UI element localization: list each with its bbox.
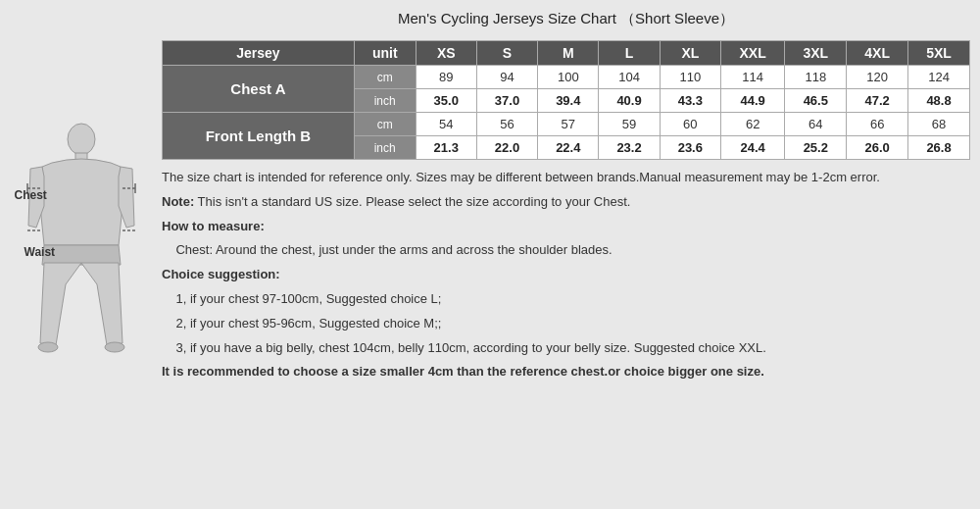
table-cell: 23.2 [599, 136, 660, 160]
table-cell: 39.4 [538, 89, 599, 113]
table-cell: 110 [660, 66, 720, 89]
col-3xl: 3XL [785, 41, 847, 66]
choice-title: Choice suggestion: [162, 265, 970, 285]
col-jersey: Jersey [163, 41, 355, 66]
unit-cm-1: cm [354, 113, 416, 136]
table-cell: 54 [416, 113, 476, 136]
note-label: Note: [162, 194, 194, 209]
table-cell: 26.0 [847, 136, 908, 160]
table-cell: 35.0 [416, 89, 476, 113]
left-panel: Chest Waist [10, 10, 152, 499]
table-cell: 60 [660, 113, 720, 136]
col-m: M [538, 41, 599, 66]
col-4xl: 4XL [847, 41, 908, 66]
table-row: Front Length Bcm545657596062646668 [163, 113, 970, 136]
table-cell: 104 [599, 66, 660, 89]
col-5xl: 5XL [908, 41, 970, 66]
chest-measure-text: Chest: Around the chest, just under the … [162, 240, 970, 261]
unit-inch-1: inch [354, 136, 416, 160]
table-cell: 120 [847, 66, 908, 89]
table-header-row: Jersey unit XS S M L XL XXL 3XL 4XL 5XL [163, 41, 970, 66]
table-cell: 66 [847, 113, 908, 136]
recommendation-text: It is recommended to choose a size small… [162, 362, 970, 382]
table-cell: 47.2 [847, 89, 908, 113]
col-l: L [599, 41, 660, 66]
col-xxl: XXL [720, 41, 784, 66]
how-to-measure-title: How to measure: [162, 217, 970, 237]
table-cell: 118 [785, 66, 847, 89]
table-cell: 44.9 [720, 89, 784, 113]
table-cell: 56 [476, 113, 537, 136]
table-cell: 26.8 [908, 136, 970, 160]
main-container: Chest Waist Men's Cycling Jerseys Size C… [0, 0, 980, 509]
unit-inch-0: inch [354, 89, 416, 113]
chest-label: Chest [15, 188, 47, 202]
waist-label: Waist [24, 245, 56, 259]
table-cell: 57 [538, 113, 599, 136]
size-table: Jersey unit XS S M L XL XXL 3XL 4XL 5XL … [162, 40, 970, 160]
disclaimer-text: The size chart is intended for reference… [162, 168, 970, 188]
col-unit: unit [354, 41, 416, 66]
table-cell: 43.3 [660, 89, 720, 113]
table-cell: 37.0 [476, 89, 537, 113]
table-cell: 68 [908, 113, 970, 136]
table-cell: 124 [908, 66, 970, 89]
table-cell: 40.9 [599, 89, 660, 113]
table-cell: 89 [416, 66, 476, 89]
table-cell: 59 [599, 113, 660, 136]
unit-cm-0: cm [354, 66, 416, 89]
table-cell: 114 [720, 66, 784, 89]
choice-1: 1, if your chest 97-100cm, Suggested cho… [162, 289, 970, 310]
choice-3: 3, if you have a big belly, chest 104cm,… [162, 338, 970, 359]
row-label-0: Chest A [163, 66, 355, 113]
table-cell: 25.2 [785, 136, 847, 160]
table-cell: 100 [538, 66, 599, 89]
right-panel: Men's Cycling Jerseys Size Chart （Short … [162, 10, 970, 499]
svg-point-2 [38, 342, 58, 352]
page-title: Men's Cycling Jerseys Size Chart （Short … [162, 10, 970, 28]
col-xl: XL [660, 41, 720, 66]
note-text: Note: This isn't a standard US size. Ple… [162, 192, 970, 213]
table-cell: 22.4 [538, 136, 599, 160]
row-label-1: Front Length B [163, 113, 355, 160]
choice-2: 2, if your chest 95-96cm, Suggested choi… [162, 314, 970, 334]
note-content: This isn't a standard US size. Please se… [198, 194, 631, 209]
table-cell: 21.3 [416, 136, 476, 160]
table-row: Chest Acm8994100104110114118120124 [163, 66, 970, 89]
notes-section: The size chart is intended for reference… [162, 168, 970, 386]
table-cell: 24.4 [720, 136, 784, 160]
svg-point-3 [105, 342, 124, 352]
table-cell: 64 [785, 113, 847, 136]
table-cell: 48.8 [908, 89, 970, 113]
table-cell: 94 [476, 66, 537, 89]
col-s: S [476, 41, 537, 66]
table-cell: 22.0 [476, 136, 537, 160]
table-cell: 23.6 [660, 136, 720, 160]
table-cell: 62 [720, 113, 784, 136]
figure-container: Chest Waist [23, 118, 140, 392]
table-cell: 46.5 [785, 89, 847, 113]
svg-point-0 [68, 124, 95, 155]
col-xs: XS [416, 41, 476, 66]
